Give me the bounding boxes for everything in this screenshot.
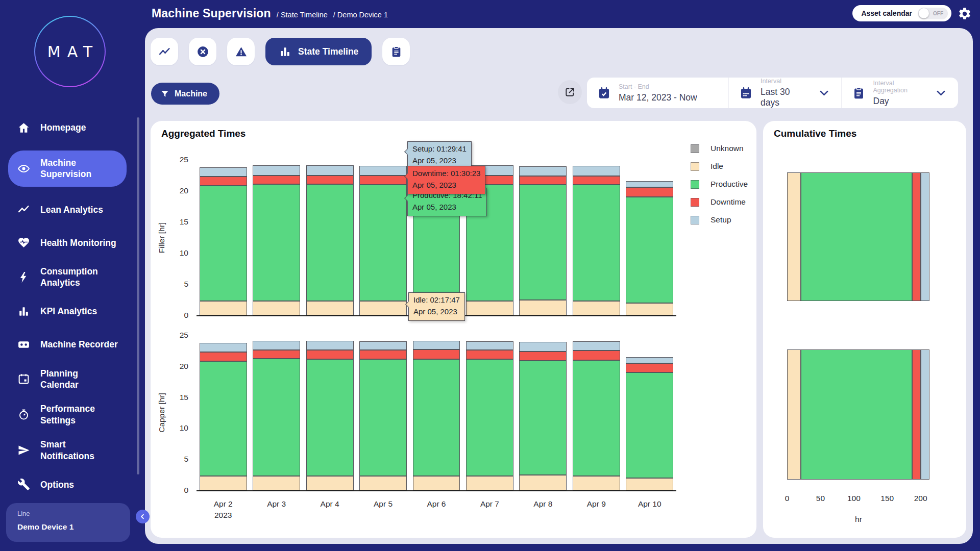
stacked-bar[interactable] — [200, 335, 247, 490]
bar-segment-idle[interactable] — [413, 476, 460, 490]
bar-segment-downtime[interactable] — [200, 177, 247, 186]
breadcrumb-device[interactable]: / Demo Device 1 — [333, 11, 388, 19]
bar-segment-productive[interactable] — [801, 172, 912, 301]
tab-stops[interactable] — [189, 38, 216, 65]
bar-segment-setup[interactable] — [306, 165, 354, 176]
stacked-bar[interactable] — [519, 335, 567, 490]
bar-segment-idle[interactable] — [200, 301, 247, 315]
sidebar-scrollbar[interactable] — [137, 117, 139, 474]
sidebar-item-machine-supervision[interactable]: Machine Supervision — [8, 151, 127, 187]
device-selector-card[interactable]: Line Demo Device 1 — [6, 503, 130, 542]
interval-aggregation-control[interactable]: Interval Aggregation Day — [841, 78, 959, 108]
bar-segment-setup[interactable] — [200, 343, 247, 352]
bar-segment-setup[interactable] — [519, 166, 567, 176]
bar-segment-productive[interactable] — [200, 186, 247, 301]
bar-segment-setup[interactable] — [200, 167, 247, 177]
cumulative-bar-filler[interactable] — [787, 172, 930, 301]
legend-item-unknown[interactable]: Unknown — [691, 144, 748, 153]
stacked-bar[interactable] — [253, 335, 300, 490]
bar-segment-downtime[interactable] — [413, 349, 460, 359]
stacked-bar[interactable] — [200, 160, 247, 315]
tab-trends[interactable] — [151, 38, 178, 65]
bar-segment-idle[interactable] — [253, 301, 300, 315]
stacked-bar[interactable] — [466, 335, 513, 490]
bar-segment-idle[interactable] — [519, 300, 567, 316]
stacked-bar[interactable] — [626, 335, 673, 490]
bar-segment-productive[interactable] — [573, 360, 620, 476]
bar-segment-setup[interactable] — [306, 341, 354, 350]
stacked-bar[interactable] — [573, 335, 620, 490]
bar-segment-productive[interactable] — [466, 359, 513, 476]
sidebar-collapse-button[interactable] — [136, 510, 150, 523]
bar-segment-downtime[interactable] — [359, 176, 407, 185]
bar-segment-downtime[interactable] — [466, 350, 513, 359]
bar-segment-setup[interactable] — [573, 166, 620, 176]
bar-segment-productive[interactable] — [626, 372, 673, 478]
bar-segment-productive[interactable] — [801, 349, 912, 480]
legend-item-downtime[interactable]: Downtime — [691, 197, 748, 207]
bar-segment-productive[interactable] — [626, 197, 673, 303]
bar-segment-productive[interactable] — [200, 361, 247, 476]
bar-segment-idle[interactable] — [626, 303, 673, 315]
stacked-bar[interactable] — [306, 160, 354, 315]
stacked-bar[interactable] — [626, 160, 673, 315]
tab-reports[interactable] — [382, 38, 410, 65]
bar-segment-idle[interactable] — [466, 476, 513, 490]
bar-segment-downtime[interactable] — [573, 176, 620, 185]
legend-item-idle[interactable]: Idle — [691, 162, 748, 171]
bar-segment-downtime[interactable] — [359, 350, 407, 359]
bar-segment-idle[interactable] — [787, 349, 801, 480]
bar-segment-setup[interactable] — [413, 341, 460, 349]
bar-segment-productive[interactable] — [359, 185, 407, 301]
bar-segment-idle[interactable] — [253, 476, 300, 490]
bar-segment-productive[interactable] — [253, 359, 300, 476]
bar-segment-downtime[interactable] — [912, 349, 921, 480]
bar-segment-productive[interactable] — [253, 184, 300, 301]
stacked-bar[interactable] — [306, 335, 354, 490]
bar-segment-idle[interactable] — [573, 301, 620, 315]
stacked-bar[interactable] — [573, 160, 620, 315]
toggle-knob[interactable] — [919, 8, 929, 18]
cumulative-bar-capper[interactable] — [787, 349, 930, 480]
bar-segment-setup[interactable] — [359, 166, 407, 175]
bar-segment-idle[interactable] — [306, 301, 354, 315]
bar-segment-idle[interactable] — [626, 478, 673, 490]
bar-segment-setup[interactable] — [921, 172, 929, 301]
tab-state-timeline[interactable]: State Timeline — [265, 38, 372, 65]
bar-segment-downtime[interactable] — [626, 363, 673, 372]
bar-segment-idle[interactable] — [787, 172, 801, 301]
bar-segment-setup[interactable] — [466, 341, 513, 350]
sidebar-item-planning-calendar[interactable]: Planning Calendar — [0, 368, 136, 391]
bar-segment-setup[interactable] — [253, 341, 300, 350]
sidebar-item-kpi-analytics[interactable]: KPI Analytics — [0, 302, 136, 322]
bar-segment-setup[interactable] — [359, 341, 407, 350]
asset-calendar-toggle[interactable]: OFF — [918, 8, 948, 19]
bar-segment-downtime[interactable] — [253, 350, 300, 359]
sidebar-item-options[interactable]: Options — [0, 474, 136, 495]
legend-item-productive[interactable]: Productive — [691, 180, 748, 189]
bar-segment-productive[interactable] — [573, 185, 620, 301]
bar-segment-idle[interactable] — [359, 301, 407, 315]
sidebar-item-smart-notifications[interactable]: Smart Notifications — [0, 439, 136, 462]
bar-segment-setup[interactable] — [253, 165, 300, 176]
interval-control[interactable]: Interval Last 30 days — [728, 78, 841, 108]
bar-segment-setup[interactable] — [626, 357, 673, 363]
bar-segment-idle[interactable] — [519, 475, 567, 490]
start-end-control[interactable]: Start - End Mar 12, 2023 - Now — [587, 78, 728, 108]
bar-segment-productive[interactable] — [306, 184, 354, 301]
export-button[interactable] — [558, 80, 582, 104]
settings-button[interactable] — [958, 7, 972, 21]
breadcrumb-state-timeline[interactable]: / State Timeline — [277, 11, 328, 19]
bar-segment-productive[interactable] — [413, 359, 460, 476]
bar-segment-setup[interactable] — [921, 349, 929, 480]
sidebar-item-lean-analytics[interactable]: Lean Analytics — [0, 199, 136, 220]
bar-segment-setup[interactable] — [626, 181, 673, 187]
bar-segment-downtime[interactable] — [519, 176, 567, 185]
bar-segment-downtime[interactable] — [626, 187, 673, 197]
bar-segment-idle[interactable] — [200, 476, 247, 490]
stacked-bar[interactable] — [253, 160, 300, 315]
stacked-bar[interactable] — [519, 160, 567, 315]
sidebar-item-performance-settings[interactable]: Performance Settings — [0, 403, 136, 426]
bar-segment-downtime[interactable] — [306, 350, 354, 359]
bar-segment-productive[interactable] — [519, 185, 567, 300]
